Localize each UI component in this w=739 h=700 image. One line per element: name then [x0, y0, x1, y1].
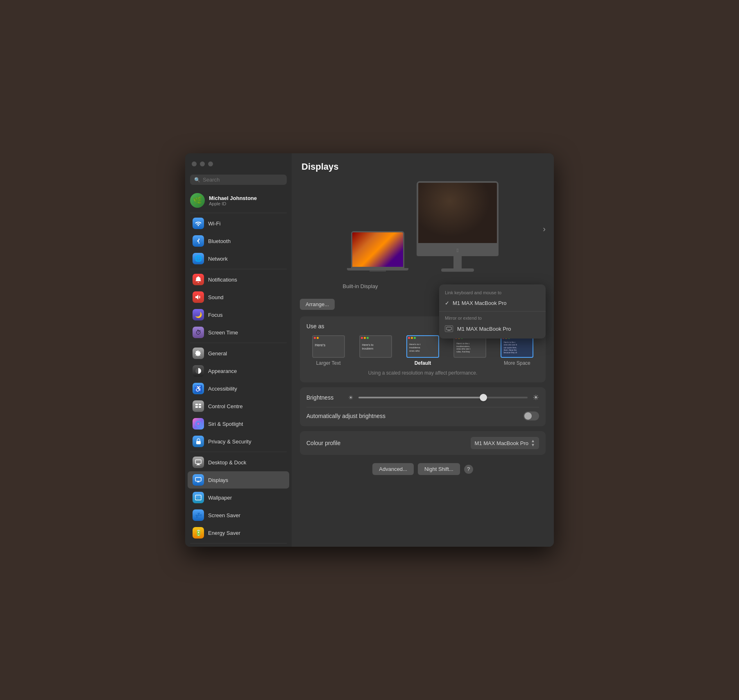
sidebar-item-label-wifi: Wi-Fi	[208, 220, 220, 227]
displays-body:  › Built-in Display Built-in Display Mi…	[292, 177, 554, 547]
help-button[interactable]: ?	[464, 465, 473, 474]
sidebar-item-label-energy: Energy Saver	[208, 530, 240, 536]
sidebar-item-label-focus: Focus	[208, 312, 222, 318]
svg-rect-23	[474, 196, 490, 216]
sidebar-item-appearance[interactable]: Appearance	[188, 362, 289, 380]
brightness-section: Brightness ☀ ☀ Automatically adjust brig…	[300, 387, 546, 426]
dropdown-item-1-label: M1 MAX MacBook Pro	[453, 300, 507, 306]
screentime-icon: ⏱	[193, 327, 204, 338]
svg-rect-9	[197, 464, 199, 465]
colour-profile-select[interactable]: M1 MAX MacBook Pro ▲▼	[471, 437, 539, 449]
brightness-high-icon: ☀	[533, 393, 539, 402]
resolution-option-5[interactable]: Here's to the cones who see thcan quote …	[495, 335, 539, 366]
sidebar-item-controlcentre[interactable]: Control Centre	[188, 398, 289, 415]
sidebar-item-accessibility[interactable]: ♿ Accessibility	[188, 380, 289, 397]
macbook-display[interactable]	[347, 231, 408, 272]
svg-rect-20	[426, 210, 439, 236]
dropdown-item-1[interactable]: M1 MAX MacBook Pro	[439, 297, 546, 309]
brightness-slider[interactable]	[358, 397, 528, 398]
appearance-icon	[193, 365, 204, 377]
sidebar-item-siri[interactable]: Siri & Spotlight	[188, 415, 289, 432]
resolution-content-3: Here's to ttroublemaones who	[407, 336, 438, 357]
sidebar-item-displays[interactable]: Displays	[188, 471, 289, 489]
sidebar-item-notifications[interactable]: Notifications	[188, 271, 289, 288]
auto-brightness-label: Automatically adjust brightness	[306, 413, 524, 419]
sidebar-item-desktop[interactable]: Desktop & Dock	[188, 454, 289, 471]
sidebar-item-privacy[interactable]: Privacy & Security	[188, 433, 289, 450]
sidebar-item-general[interactable]: General	[188, 345, 289, 362]
imac-display[interactable]: 	[417, 181, 499, 272]
search-input[interactable]	[203, 177, 283, 183]
resolution-option-3[interactable]: Here's to ttroublemaones who Default	[401, 335, 444, 366]
svg-rect-7	[196, 441, 201, 444]
sidebar-item-label-controlcentre: Control Centre	[208, 403, 243, 409]
auto-brightness-toggle[interactable]	[524, 411, 539, 420]
resolution-label-4	[469, 360, 471, 366]
close-button[interactable]	[192, 161, 197, 166]
minimize-button[interactable]	[200, 161, 205, 166]
profile-item[interactable]: 🌿 Michael Johnstone Apple ID	[185, 190, 292, 211]
imac-chin: 	[417, 245, 499, 256]
titlebar	[185, 153, 292, 175]
colour-profile-section: Colour profile M1 MAX MacBook Pro ▲▼	[300, 431, 546, 455]
sidebar-item-lockscreen[interactable]: Lock Screen	[188, 545, 289, 547]
colour-profile-label: Colour profile	[306, 440, 471, 446]
dropdown-section-2-label: Mirror or extend to	[439, 313, 546, 322]
brightness-low-icon: ☀	[348, 394, 354, 401]
sidebar-item-screentime[interactable]: ⏱ Screen Time	[188, 324, 289, 341]
resolution-screen-3: Here's to ttroublemaones who	[406, 335, 439, 358]
svg-point-6	[195, 421, 201, 427]
energy-icon: 🔋	[193, 527, 204, 539]
svg-rect-3	[199, 404, 201, 405]
controlcentre-icon	[193, 400, 204, 412]
imac-screen-image	[418, 183, 497, 243]
sidebar-item-label-appearance: Appearance	[208, 368, 237, 374]
resolution-option-1[interactable]: Here's Larger Text	[306, 335, 350, 366]
search-bar[interactable]: 🔍	[190, 175, 287, 185]
next-display-arrow[interactable]: ›	[543, 224, 546, 233]
maximize-button[interactable]	[208, 161, 213, 166]
settings-window: 🔍 🌿 Michael Johnstone Apple ID Wi-Fi	[185, 153, 554, 547]
display-preview-area:  ›	[300, 177, 546, 280]
dropdown-item-2[interactable]: M1 MAX MacBook Pro	[439, 322, 546, 335]
night-shift-button[interactable]: Night Shift...	[418, 463, 460, 475]
advanced-button[interactable]: Advanced...	[372, 463, 414, 475]
sidebar-item-label-sound: Sound	[208, 294, 224, 300]
privacy-icon	[193, 436, 204, 447]
sidebar-item-screensaver[interactable]: 💤 Screen Saver	[188, 507, 289, 524]
resolution-option-4[interactable]: Here's to the ctroublemakers.ones who se…	[448, 335, 492, 366]
sidebar-item-wallpaper[interactable]: Wallpaper	[188, 489, 289, 506]
svg-rect-19	[419, 183, 496, 243]
resolution-label-1: Larger Text	[316, 360, 341, 366]
dropdown-divider	[439, 311, 546, 311]
resolution-option-2[interactable]: Here's totroublem	[354, 335, 397, 366]
colour-profile-value: M1 MAX MacBook Pro	[475, 440, 529, 446]
select-arrows-icon: ▲▼	[531, 439, 535, 447]
resolution-options: Here's Larger Text Here's totroublem	[306, 335, 539, 366]
avatar: 🌿	[190, 193, 205, 208]
notifications-icon	[193, 274, 204, 285]
imac-screen	[417, 181, 499, 245]
wifi-icon	[193, 218, 204, 229]
focus-icon: 🌙	[193, 309, 204, 320]
network-icon: 🌐	[193, 253, 204, 264]
sidebar-item-bluetooth[interactable]: Bluetooth	[188, 232, 289, 250]
bottom-buttons: Advanced... Night Shift... ?	[300, 460, 546, 478]
sidebar: 🔍 🌿 Michael Johnstone Apple ID Wi-Fi	[185, 153, 292, 547]
arrange-button[interactable]: Arrange...	[300, 299, 335, 310]
svg-rect-25	[447, 327, 451, 330]
imac-foot	[441, 268, 474, 272]
sidebar-scroll: 🌿 Michael Johnstone Apple ID Wi-Fi	[185, 188, 292, 547]
macbook-stand	[370, 270, 386, 272]
auto-brightness-row: Automatically adjust brightness	[306, 407, 539, 420]
svg-rect-21	[428, 203, 441, 212]
sidebar-item-focus[interactable]: 🌙 Focus	[188, 306, 289, 323]
sidebar-item-label-screensaver: Screen Saver	[208, 512, 240, 518]
sidebar-item-energy[interactable]: 🔋 Energy Saver	[188, 524, 289, 541]
toggle-knob	[524, 412, 532, 420]
sidebar-item-wifi[interactable]: Wi-Fi	[188, 215, 289, 232]
svg-rect-4	[195, 406, 198, 408]
sidebar-item-sound[interactable]: Sound	[188, 289, 289, 306]
resolution-screen-4: Here's to the ctroublemakers.ones who se…	[453, 335, 486, 358]
sidebar-item-network[interactable]: 🌐 Network	[188, 250, 289, 267]
